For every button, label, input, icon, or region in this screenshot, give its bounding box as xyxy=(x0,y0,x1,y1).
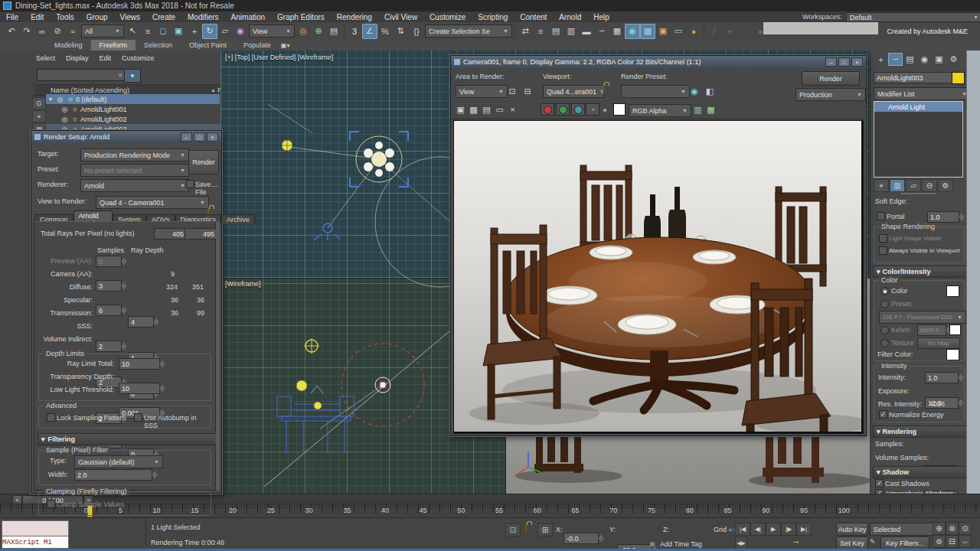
ray-limit-spinner[interactable]: 10 xyxy=(119,358,160,370)
minimize-icon[interactable]: – xyxy=(181,132,192,142)
go-to-end-icon[interactable]: ▶| xyxy=(796,523,812,536)
tab-hierarchy[interactable]: ▤ xyxy=(903,53,917,66)
go-to-start-icon[interactable]: |◀ xyxy=(735,523,750,536)
tab-display[interactable]: ▣ xyxy=(932,53,946,66)
selection-lock-icon[interactable] xyxy=(525,523,527,533)
object-name-field[interactable]: ArnoldLight003 xyxy=(874,72,953,83)
menu-item[interactable]: Rendering xyxy=(331,11,378,22)
clamp-samples-checkbox[interactable] xyxy=(47,500,55,508)
menu-item[interactable]: Edit xyxy=(24,11,50,22)
tab-motion[interactable]: ◉ xyxy=(917,53,932,66)
menu-item[interactable]: Create xyxy=(146,11,181,22)
material-editor-icon[interactable]: ◉ xyxy=(625,24,640,39)
modifier-list-dropdown[interactable]: Modifier List▼ xyxy=(874,87,971,100)
preset-radio[interactable] xyxy=(880,300,889,308)
color-correct-icon[interactable]: ▥ xyxy=(691,103,704,116)
rendered-frame-window-icon[interactable]: ▭ xyxy=(671,24,686,39)
texture-radio[interactable] xyxy=(880,339,889,347)
ribbon-tab[interactable]: Freeform xyxy=(91,40,136,51)
menu-item[interactable]: Civil View xyxy=(378,11,423,22)
green-channel-icon[interactable] xyxy=(556,103,570,116)
filter-color-swatch[interactable] xyxy=(946,349,959,360)
snaps-toggle-icon[interactable]: 3 xyxy=(347,24,362,39)
zoom-icon[interactable]: ⊕ xyxy=(933,522,946,535)
explorer-group-icon[interactable]: G xyxy=(32,97,46,109)
specular-samples-spinner[interactable]: 2 xyxy=(96,341,122,352)
ribbon-config-icon[interactable]: ▣▾ xyxy=(279,41,292,50)
explorer-menu-item[interactable]: Display xyxy=(60,54,94,62)
explorer-row-layer[interactable]: ▼ ◎ ≋ 0 (default) xyxy=(46,94,220,104)
explorer-menu-item[interactable]: Customize xyxy=(116,54,160,62)
absolute-mode-icon[interactable]: ⊞ xyxy=(537,523,553,536)
next-frame-icon[interactable]: |▶ xyxy=(781,523,796,536)
named-selection-sets-dropdown[interactable]: Create Selection Se▼ xyxy=(425,24,512,37)
tab-utilities[interactable]: ⚙ xyxy=(946,53,961,66)
select-and-rotate-icon[interactable]: ↻ xyxy=(202,24,217,39)
menu-item[interactable]: Content xyxy=(514,11,553,22)
filter-icon[interactable]: ▼ xyxy=(124,69,141,83)
edit-named-sets-icon[interactable]: {} xyxy=(409,24,424,39)
pan-icon[interactable]: ⇔ xyxy=(959,535,972,548)
save-file-checkbox[interactable] xyxy=(186,180,194,188)
explorer-row-light[interactable]: ◎ ○ ArnoldLight002 xyxy=(46,114,234,124)
isolate-selection-icon[interactable]: ⊡ xyxy=(505,523,521,536)
autobump-checkbox[interactable] xyxy=(134,413,142,422)
print-image-icon[interactable]: ▭ xyxy=(493,103,506,116)
intensity-spinner[interactable]: 1.0 xyxy=(925,372,959,383)
zoom-region-icon[interactable]: ⊟ xyxy=(946,535,959,548)
camera-aa-spinner[interactable]: 3 xyxy=(96,280,122,292)
explorer-menu-item[interactable]: Select xyxy=(31,54,60,62)
save-image-icon[interactable]: ▣ xyxy=(454,103,467,116)
pin-stack-icon[interactable]: ⌖ xyxy=(874,179,889,192)
command-panel-scrollbar[interactable] xyxy=(966,51,980,494)
alpha-channel-icon[interactable]: ◔ xyxy=(586,103,599,116)
soft-edge-spinner[interactable]: 1.0 xyxy=(927,211,959,223)
explorer-location-icon[interactable]: ⌖ xyxy=(32,110,46,122)
layer-explorer-icon[interactable]: ▤ xyxy=(548,24,564,39)
menu-item[interactable]: Help xyxy=(587,11,616,22)
menu-item[interactable]: Modifiers xyxy=(181,11,225,22)
placement-disabled-icon[interactable]: ⁄ xyxy=(707,24,722,39)
ribbon-tab[interactable]: Selection xyxy=(136,40,181,51)
render-production-icon[interactable]: ● xyxy=(686,24,701,39)
maxscript-mini-listener[interactable] xyxy=(2,520,69,536)
red-channel-icon[interactable] xyxy=(541,103,554,116)
add-time-tag[interactable]: Add Time Tag xyxy=(660,540,702,548)
cast-shadows-checkbox[interactable] xyxy=(875,479,884,487)
rfw-viewport-dropdown[interactable]: Quad 4...era001▼ xyxy=(543,85,604,98)
select-object-icon[interactable]: ↖ xyxy=(125,24,140,39)
menu-item[interactable]: Animation xyxy=(225,11,271,22)
edit-region-icon[interactable]: ⊡ xyxy=(505,83,520,99)
transparency-depth-spinner[interactable]: 10 xyxy=(119,383,160,394)
texture-map-button[interactable]: No Map xyxy=(917,337,960,349)
clone-window-icon[interactable]: ▤ xyxy=(480,103,493,116)
shadow-rollout[interactable]: ▾Shadow xyxy=(873,466,972,478)
view-to-render-dropdown[interactable]: Quad 4 - Camera001▼ xyxy=(96,196,209,209)
mirror-icon[interactable]: ⇄ xyxy=(518,24,533,39)
menu-item[interactable]: Tools xyxy=(50,11,80,22)
diffuse-samples-spinner[interactable]: 6 xyxy=(96,305,122,316)
unlink-selection-icon[interactable]: ⊘ xyxy=(50,24,65,39)
keyboard-override-icon[interactable]: ▤ xyxy=(326,24,341,39)
move-disabled-icon[interactable]: + xyxy=(722,24,737,39)
render-setup-tab[interactable]: Archive xyxy=(221,214,255,224)
select-by-name-icon[interactable]: ≡ xyxy=(140,24,155,39)
maximize-icon[interactable]: □ xyxy=(838,57,850,67)
dialog-scrollbar[interactable] xyxy=(216,221,220,491)
render-button[interactable]: Render xyxy=(188,150,219,174)
remove-modifier-icon[interactable]: ⊖ xyxy=(922,179,937,192)
menu-item[interactable]: File xyxy=(0,11,24,22)
eye-icon[interactable]: ◎ xyxy=(55,96,65,103)
filter-type-dropdown[interactable]: Gaussian (default)▼ xyxy=(74,455,163,468)
area-to-render-dropdown[interactable]: View▼ xyxy=(456,85,508,98)
select-and-manipulate-icon[interactable]: ⊕ xyxy=(311,24,326,39)
schematic-view-icon[interactable]: ▦ xyxy=(609,24,625,39)
modifier-stack[interactable]: Arnold Light xyxy=(874,101,963,178)
maxscript-listener-input[interactable]: MAXScript Mi xyxy=(2,536,69,549)
curve-editor-icon[interactable]: ∽ xyxy=(594,24,609,39)
show-end-result-icon[interactable]: ▥ xyxy=(890,179,905,192)
tab-create[interactable]: + xyxy=(874,53,888,66)
render-setup-title-bar[interactable]: Render Setup: Arnold –□× xyxy=(31,131,221,143)
always-visible-checkbox[interactable] xyxy=(879,246,887,255)
kelvin-spinner[interactable]: 6500.0 xyxy=(917,324,946,336)
